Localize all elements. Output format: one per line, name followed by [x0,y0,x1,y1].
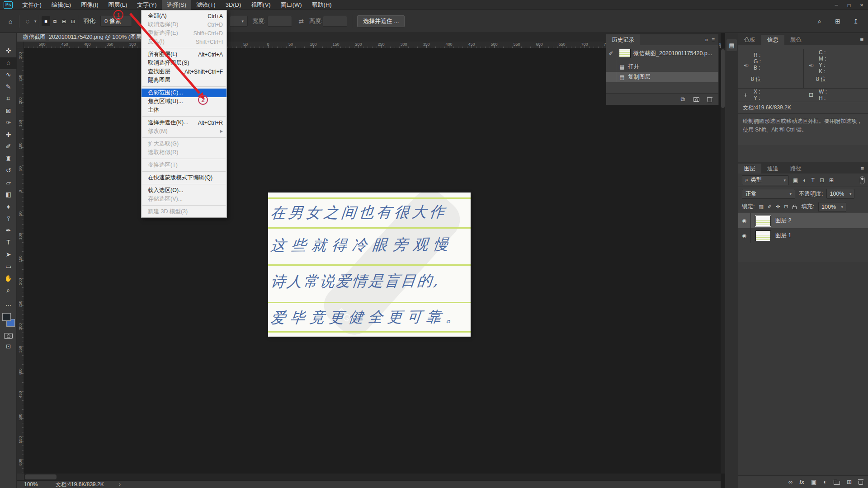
swap-dimensions-icon[interactable]: ⇄ [295,10,307,33]
edit-toolbar-icon[interactable]: ⋯ [0,302,17,309]
history-source-well[interactable] [606,72,616,82]
menu-item[interactable]: 隔离图层 [142,76,226,84]
panel-menu-icon[interactable]: ≡ [860,35,868,45]
subtract-from-selection-icon[interactable]: ⊟ [60,16,68,26]
delete-layer-icon[interactable] [859,481,863,485]
vertical-scrollbar[interactable] [721,48,725,474]
vertical-ruler[interactable]: 3002502001501005005010015020025030035040… [17,48,24,474]
healing-brush-tool[interactable]: ✚ [0,129,17,141]
menu-item[interactable]: 载入选区(O)... [142,186,226,195]
type-tool[interactable]: T [0,237,17,249]
layer-name[interactable]: 图层 1 [775,232,791,239]
tab-颜色[interactable]: 颜色 [784,35,807,45]
history-state-row[interactable]: ▤复制图层 [606,72,718,82]
pen-tool[interactable]: ✒ [0,225,17,237]
menubar-item[interactable]: 3D(D) [221,0,246,10]
tab-信息[interactable]: 信息 [761,35,784,45]
scrollbar-thumb[interactable] [721,49,725,108]
new-selection-icon[interactable]: ■ [42,16,50,26]
gradient-tool[interactable]: ◧ [0,189,17,201]
new-snapshot-icon[interactable] [693,97,699,102]
history-state-row[interactable]: ▤打开 [606,61,718,72]
tab-色板[interactable]: 色板 [738,35,761,45]
menu-item[interactable]: 选择并遮住(K)...Alt+Ctrl+R [142,118,226,127]
active-tool-preset[interactable]: ◌ ▾ [22,10,37,33]
zoom-tool[interactable]: ⌕ [0,285,17,296]
quick-mask-button[interactable] [4,333,13,339]
collapsed-panel-icon[interactable]: ▤ [726,39,737,51]
share-icon[interactable]: ↥ [850,18,862,25]
crop-tool[interactable]: ⌗ [0,93,17,105]
menubar-item[interactable]: 文字(Y) [132,0,161,10]
shape-tool[interactable]: ▭ [0,261,17,272]
menu-item[interactable]: 色彩范围(C)... [142,89,226,97]
layer-name[interactable]: 图层 2 [775,217,791,225]
menubar-item[interactable]: 选择(S) [162,0,191,10]
tab-路径[interactable]: 路径 [784,164,807,174]
history-snapshot-row[interactable]: ✐微信截图_20201001175420.p... [606,45,718,61]
fill-dropdown[interactable]: 100% ▾ [818,202,846,212]
menubar-item[interactable]: 帮助(H) [307,0,337,10]
menubar-item[interactable]: 滤镜(T) [191,0,221,10]
eyedropper-tool[interactable]: ✑ [0,117,17,129]
menubar-item[interactable]: 图层(L) [103,0,132,10]
lasso-tool[interactable]: ∿ [0,69,17,81]
layer-visibility-eye-icon[interactable]: ◉ [738,213,751,228]
select-and-mask-button[interactable]: 选择并遮住 ... [357,15,405,27]
menu-item[interactable]: 取消选择图层(S) [142,59,226,67]
shape-layer-filter-icon[interactable]: ⊡ [820,177,824,183]
layer-mask-icon[interactable]: ▣ [811,479,816,485]
delete-state-icon[interactable] [708,98,712,102]
zoom-level[interactable]: 100% [24,481,38,488]
path-selection-tool[interactable]: ➤ [0,249,17,261]
panel-menu-icon[interactable]: ≡ [860,164,868,174]
blur-tool[interactable]: ♦ [0,201,17,213]
eraser-tool[interactable]: ▱ [0,177,17,189]
add-to-selection-icon[interactable]: ⧉ [51,16,59,26]
foreground-color-swatch[interactable] [2,313,11,321]
panel-menu-icon[interactable]: ≡ [712,37,715,43]
menubar-item[interactable]: 图像(I) [76,0,103,10]
lock-position-icon[interactable]: ✜ [776,204,780,210]
search-icon[interactable]: ⌕ [814,18,826,25]
restore-button[interactable]: ◻ [843,0,855,10]
blend-mode-dropdown[interactable]: 正常 ▾ [742,189,795,199]
collapse-panel-icon[interactable]: » [705,37,708,43]
tab-图层[interactable]: 图层 [738,164,761,174]
history-source-well[interactable] [606,61,616,72]
smart-object-filter-icon[interactable]: ⊞ [829,177,834,183]
hand-tool[interactable]: ✋ [0,273,17,285]
lock-transparent-icon[interactable]: ▨ [759,204,763,210]
lock-all-icon[interactable] [793,206,797,209]
dodge-tool[interactable]: ⫯ [0,213,17,225]
new-document-from-state-icon[interactable]: ⧉ [681,96,685,103]
menubar-item[interactable]: 编辑(E) [47,0,76,10]
menubar-item[interactable]: 窗口(W) [276,0,307,10]
canvas-pasteboard[interactable]: PG 在男女之间也有很大作这些就得冷眼旁观慢诗人常说爱情是盲目的,爱毕竟更健全更… [24,48,721,474]
menu-item[interactable]: 全部(A)Ctrl+A [142,12,226,20]
home-icon[interactable]: ⌂ [5,10,16,33]
marquee-tool[interactable]: ◌ [0,57,17,69]
opacity-dropdown[interactable]: 100% ▾ [826,189,854,199]
menu-item[interactable]: 所有图层(L)Alt+Ctrl+A [142,50,226,59]
menu-item[interactable]: 焦点区域(U)... [142,97,226,106]
new-group-icon[interactable] [834,481,840,485]
layer-row[interactable]: ◉图层 1 [738,228,868,243]
horizontal-scrollbar[interactable] [24,474,721,480]
pixel-layer-filter-icon[interactable]: ▣ [793,177,798,183]
lock-pixels-icon[interactable]: ✐ [768,204,772,210]
lock-artboard-icon[interactable]: ⊡ [784,204,788,210]
move-tool[interactable]: ✜ [0,45,17,57]
workspace-icon[interactable]: ⊞ [832,18,844,25]
adjustment-layer-icon[interactable]: ◐ [823,479,827,485]
height-input[interactable] [323,10,347,33]
layer-filter-type-dropdown[interactable]: ⌕ 类型 ▾ [742,175,789,185]
layer-row[interactable]: ◉图层 2 [738,213,868,228]
document-tab[interactable]: 微信截图_20201001175420.png @ 100% (图层 [17,33,148,42]
screen-mode-button[interactable]: ⊡ [0,343,17,350]
feather-input[interactable]: 0 像素 [100,10,132,33]
layer-thumbnail[interactable] [755,216,771,226]
menubar-item[interactable]: 视图(V) [246,0,275,10]
menu-item[interactable]: 查找图层Alt+Shift+Ctrl+F [142,67,226,76]
tab-通道[interactable]: 通道 [761,164,784,174]
